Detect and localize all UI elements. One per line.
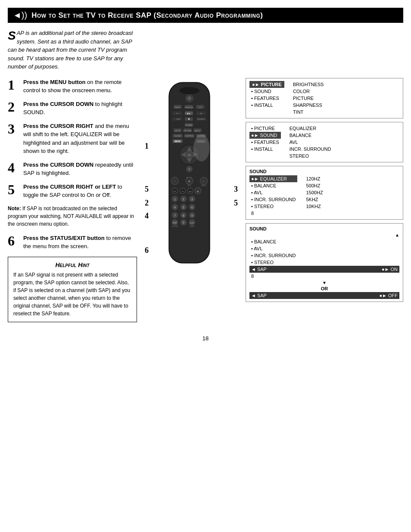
svg-rect-0 — [169, 82, 209, 263]
remote-label-2: 2 — [145, 199, 149, 208]
menu4-sap-on-row: ◄ SAP ●► ON — [249, 266, 399, 273]
svg-text:← DVD: ← DVD — [174, 118, 180, 120]
menu4-up-arrow: ▲ — [249, 233, 399, 237]
svg-text:▶▶: ▶▶ — [187, 112, 190, 114]
menu3-10khz: 10KHZ — [306, 203, 323, 210]
svg-text:MENU: MENU — [174, 140, 181, 142]
svg-text:INPUT: INPUT — [175, 106, 181, 109]
svg-text:OK: OK — [188, 154, 191, 156]
remote-label-4: 4 — [145, 212, 149, 221]
svg-text:1: 1 — [174, 197, 176, 201]
svg-text:POSITION: POSITION — [184, 106, 193, 109]
helpful-hint-box: Helpful Hint If an SAP signal is not pre… — [8, 257, 137, 322]
step-3-text: Press the CURSOR RIGHT and the menu will… — [23, 122, 137, 156]
step-1: 1 Press the MENU button on the remote co… — [8, 78, 137, 95]
menu3-1500hz: 1500HZ — [306, 189, 323, 196]
step-1-text: Press the MENU button on the remote cont… — [23, 78, 137, 95]
menu2-avl: AVL — [290, 139, 331, 146]
svg-text:2: 2 — [183, 197, 184, 201]
menu1-sharpness: SHARPNESS — [293, 102, 324, 109]
svg-text:HD: HD — [189, 190, 192, 193]
menu-box-3: SOUND ●► EQUALIZER • BALANCE • AVL • INC… — [246, 166, 403, 220]
menu4-sap-off-value: ●► OFF — [379, 293, 398, 298]
remote-svg: INPUT POSITION CC ← TV → ▶▶ ← SE → ← DVD — [152, 78, 227, 268]
svg-text:−: − — [174, 180, 176, 183]
intro-text: SAP is an additional part of the stereo … — [8, 29, 137, 71]
svg-text:AUDIO: AUDIO — [201, 185, 206, 187]
right-column: ●► PICTURE • SOUND • FEATURES • INSTALL … — [246, 78, 403, 322]
svg-text:START: START — [190, 225, 195, 227]
remote-label-3: 3 — [234, 185, 238, 194]
remote-label-5-top: 5 — [145, 185, 149, 194]
step-6: 6 Press the STATUS/EXIT button to remove… — [8, 234, 137, 251]
svg-text:4: 4 — [174, 205, 176, 209]
sound-icon: ◄)) — [13, 10, 27, 20]
remote-wrapper: 1 5 2 4 6 3 5 INPUT — [144, 78, 239, 285]
menu2-stereo: STEREO — [290, 152, 331, 159]
menu4-sap-off-label: ◄ SAP — [251, 293, 267, 298]
step-2-text: Press the CURSOR DOWN to highlight SOUND… — [23, 100, 137, 117]
svg-text:6: 6 — [191, 205, 193, 209]
svg-text:PC: PC — [174, 190, 176, 193]
step-number-5: 5 — [8, 183, 23, 196]
menu-box-2: • PICTURE ●► SOUND • FEATURES • INSTALL … — [246, 122, 403, 162]
menu4-sap-label: ◄ SAP — [251, 267, 267, 272]
svg-text:3: 3 — [191, 197, 193, 201]
svg-text:PICTURE: PICTURE — [184, 129, 192, 131]
menu3-eq-arrow: ●► — [251, 176, 260, 181]
menu4-sap-on-value: ●► ON — [382, 267, 398, 272]
svg-point-3 — [187, 96, 191, 100]
svg-text:AUTO: AUTO — [195, 129, 200, 131]
svg-text:9: 9 — [191, 213, 193, 217]
svg-text:EXIT: EXIT — [190, 222, 194, 224]
menu2-sound-arrow: ●► — [251, 133, 260, 138]
svg-text:M: M — [188, 180, 190, 183]
step-4: 4 Press the CURSOR DOWN repeatedly until… — [8, 161, 137, 177]
menu1-color: COLOR — [293, 88, 324, 95]
menu2-balance: BALANCE — [290, 132, 331, 139]
page-header: ◄)) How to Set the TV to Receive SAP (Se… — [8, 8, 403, 23]
remote-label-1: 1 — [145, 142, 149, 151]
helpful-hint-title: Helpful Hint — [13, 261, 131, 268]
page-title: How to Set the TV to Receive SAP (Second… — [31, 11, 263, 20]
menu4-bar: 8 — [249, 273, 399, 280]
svg-text:MUTE: MUTE — [175, 129, 180, 131]
content-columns: 1 Press the MENU button on the remote co… — [8, 78, 403, 322]
menu3-120hz: 120HZ — [306, 175, 323, 182]
step-5-text: Press the CURSOR RIGHT or LEFT to toggle… — [23, 183, 137, 199]
menu3-section-title: SOUND — [249, 169, 399, 174]
svg-text:ENT: ENT — [173, 222, 177, 224]
page-number: 18 — [0, 335, 411, 350]
main-content: SAP is an additional part of the stereo … — [8, 23, 403, 322]
svg-text:EXIT: EXIT — [187, 185, 191, 187]
step-6-text: Press the STATUS/EXIT button to remove t… — [23, 234, 137, 251]
svg-text:KEYPAD: KEYPAD — [172, 225, 178, 227]
menu2-equalizer: EQUALIZER — [290, 125, 331, 132]
step-number-1: 1 — [8, 78, 23, 92]
menu4-section-title: SOUND — [249, 226, 399, 231]
svg-text:CONTROL: CONTROL — [185, 135, 194, 137]
step-2: 2 Press the CURSOR DOWN to highlight SOU… — [8, 100, 137, 117]
helpful-hint-text: If an SAP signal is not present with a s… — [13, 271, 131, 317]
svg-text:+: + — [188, 167, 190, 171]
menu4-down-arrow: ▼ — [249, 280, 399, 285]
svg-text:SOURCE: SOURCE — [197, 118, 205, 120]
step-number-2: 2 — [8, 100, 23, 114]
svg-text:FORMAT: FORMAT — [185, 124, 193, 126]
svg-point-1 — [179, 87, 199, 94]
svg-text:SOUND: SOUND — [174, 135, 181, 137]
svg-text:TV: TV — [181, 190, 184, 193]
step-5: 5 Press the CURSOR RIGHT or LEFT to togg… — [8, 183, 137, 199]
step-4-text: Press the CURSOR DOWN repeatedly until S… — [23, 161, 137, 177]
svg-text:⏹: ⏹ — [188, 118, 190, 120]
menu3-500hz: 500HZ — [306, 182, 323, 189]
remote-label-6: 6 — [145, 246, 149, 255]
menu3-equalizer: EQUALIZER — [260, 176, 287, 181]
remote-label-5-bottom: 5 — [234, 199, 238, 208]
menu1-brightness: BRIGHTNESS — [293, 81, 324, 88]
remote-column: 1 5 2 4 6 3 5 INPUT — [144, 78, 239, 322]
menu1-picture: PICTURE — [293, 95, 324, 102]
svg-point-94 — [193, 134, 210, 161]
svg-text:0: 0 — [183, 221, 184, 224]
note-text: Note: If SAP is not broadcasted on the s… — [8, 205, 137, 228]
